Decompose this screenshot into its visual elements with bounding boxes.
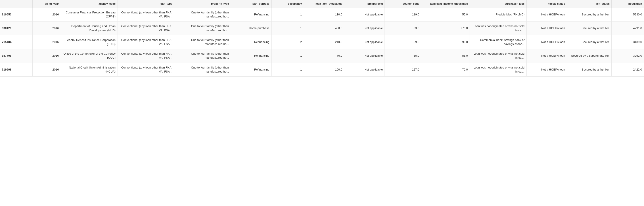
cell-id: 887708 [0, 49, 32, 63]
column-header-property_type[interactable]: property_type [174, 0, 231, 8]
cell-property_type: One to four-family (other than manufactu… [174, 22, 231, 35]
cell-purchaser_type: Loan was not originated or was not sold … [470, 49, 526, 63]
cell-id: 310650 [0, 8, 32, 22]
cell-purchaser_type: Loan was not originated or was not sold … [470, 63, 526, 76]
cell-loan_purpose: Refinancing [231, 35, 271, 49]
cell-loan_amt_thousands: 76.0 [304, 49, 344, 63]
cell-agency_code: Department of Housing and Urban Developm… [61, 22, 118, 35]
cell-purchaser_type: Loan was not originated or was not sold … [470, 22, 526, 35]
cell-preapproval: Not applicable [344, 22, 384, 35]
cell-purchaser_type: Commercial bank, savings bank or savings… [470, 35, 526, 49]
column-header-agency_code[interactable]: agency_code [61, 0, 118, 8]
cell-loan_amt_thousands: 480.0 [304, 22, 344, 35]
cell-hoepa_status: Not a HOEPA loan [526, 49, 567, 63]
cell-loan_type: Conventional (any loan other than FHA, V… [118, 35, 174, 49]
cell-lien_status: Secured by a first lien [567, 35, 612, 49]
column-header-occupancy[interactable]: occupancy [271, 0, 304, 8]
cell-lien_status: Secured by a first lien [567, 8, 612, 22]
column-header-population[interactable]: population [612, 0, 644, 8]
cell-lien_status: Secured by a subordinate lien [567, 49, 612, 63]
column-header-preapproval[interactable]: preapproval [344, 0, 384, 8]
table-row: 3106502016Consumer Financial Protection … [0, 8, 644, 22]
cell-county_code: 33.0 [385, 22, 421, 35]
cell-population: 3952.0 [612, 49, 644, 63]
cell-occupancy: 1 [271, 49, 304, 63]
cell-applicant_income_thousands: 70.0 [421, 63, 470, 76]
cell-as_of_year: 2016 [32, 35, 61, 49]
cell-property_type: One to four-family (other than manufactu… [174, 8, 231, 22]
cell-agency_code: Office of the Comptroller of the Currenc… [61, 49, 118, 63]
cell-county_code: 127.0 [385, 63, 421, 76]
cell-as_of_year: 2016 [32, 49, 61, 63]
cell-loan_purpose: Refinancing [231, 63, 271, 76]
cell-purchaser_type: Freddie Mac (FHLMC) [470, 8, 526, 22]
cell-property_type: One to four-family (other than manufactu… [174, 49, 231, 63]
column-header-loan_purpose[interactable]: loan_purpose [231, 0, 271, 8]
cell-hoepa_status: Not a HOEPA loan [526, 35, 567, 49]
column-header-purchaser_type[interactable]: purchaser_type [470, 0, 526, 8]
cell-property_type: One to four-family (other than manufactu… [174, 35, 231, 49]
cell-hoepa_status: Not a HOEPA loan [526, 63, 567, 76]
cell-agency_code: Consumer Financial Protection Bureau (CF… [61, 8, 118, 22]
cell-loan_amt_thousands: 110.0 [304, 8, 344, 22]
cell-as_of_year: 2016 [32, 22, 61, 35]
cell-loan_purpose: Refinancing [231, 49, 271, 63]
cell-property_type: One to four-family (other than manufactu… [174, 63, 231, 76]
cell-loan_purpose: Refinancing [231, 8, 271, 22]
cell-loan_purpose: Home purchase [231, 22, 271, 35]
cell-preapproval: Not applicable [344, 35, 384, 49]
column-header-applicant_income_thousands[interactable]: applicant_income_thousands [421, 0, 470, 8]
column-header-lien_status[interactable]: lien_status [567, 0, 612, 8]
column-header-id[interactable] [0, 0, 32, 8]
cell-loan_amt_thousands: 240.0 [304, 35, 344, 49]
cell-agency_code: National Credit Union Administration (NC… [61, 63, 118, 76]
cell-population: 3439.0 [612, 35, 644, 49]
cell-county_code: 65.0 [385, 49, 421, 63]
cell-lien_status: Secured by a first lien [567, 63, 612, 76]
column-header-hoepa_status[interactable]: hoepa_status [526, 0, 567, 8]
cell-loan_type: Conventional (any loan other than FHA, V… [118, 63, 174, 76]
cell-applicant_income_thousands: 96.0 [421, 35, 470, 49]
cell-loan_type: Conventional (any loan other than FHA, V… [118, 22, 174, 35]
cell-loan_amt_thousands: 100.0 [304, 63, 344, 76]
cell-preapproval: Not applicable [344, 8, 384, 22]
cell-preapproval: Not applicable [344, 63, 384, 76]
cell-hoepa_status: Not a HOEPA loan [526, 8, 567, 22]
table-row: 6301292016Department of Housing and Urba… [0, 22, 644, 35]
cell-county_code: 119.0 [385, 8, 421, 22]
cell-id: 630129 [0, 22, 32, 35]
cell-preapproval: Not applicable [344, 49, 384, 63]
cell-loan_type: Conventional (any loan other than FHA, V… [118, 8, 174, 22]
column-header-loan_amt_thousands[interactable]: loan_amt_thousands [304, 0, 344, 8]
cell-applicant_income_thousands: 85.0 [421, 49, 470, 63]
cell-occupancy: 1 [271, 8, 304, 22]
cell-lien_status: Secured by a first lien [567, 22, 612, 35]
column-header-loan_type[interactable]: loan_type [118, 0, 174, 8]
cell-id: 715484 [0, 35, 32, 49]
table-header-row: as_of_yearagency_codeloan_typeproperty_t… [0, 0, 644, 8]
cell-loan_type: Conventional (any loan other than FHA, V… [118, 49, 174, 63]
cell-occupancy: 1 [271, 22, 304, 35]
table-row: 8877082016Office of the Comptroller of t… [0, 49, 644, 63]
cell-id: 719598 [0, 63, 32, 76]
cell-population: 5930.0 [612, 8, 644, 22]
cell-occupancy: 2 [271, 35, 304, 49]
table-body: 3106502016Consumer Financial Protection … [0, 8, 644, 77]
table-row: 7154842016Federal Deposit Insurance Corp… [0, 35, 644, 49]
cell-applicant_income_thousands: 55.0 [421, 8, 470, 22]
data-table: as_of_yearagency_codeloan_typeproperty_t… [0, 0, 644, 77]
cell-hoepa_status: Not a HOEPA loan [526, 22, 567, 35]
cell-agency_code: Federal Deposit Insurance Corporation (F… [61, 35, 118, 49]
column-header-as_of_year[interactable]: as_of_year [32, 0, 61, 8]
cell-population: 4791.0 [612, 22, 644, 35]
column-header-county_code[interactable]: county_code [385, 0, 421, 8]
cell-applicant_income_thousands: 270.0 [421, 22, 470, 35]
cell-occupancy: 1 [271, 63, 304, 76]
cell-as_of_year: 2016 [32, 8, 61, 22]
cell-county_code: 59.0 [385, 35, 421, 49]
cell-population: 2422.0 [612, 63, 644, 76]
cell-as_of_year: 2016 [32, 63, 61, 76]
table-row: 7195982016National Credit Union Administ… [0, 63, 644, 76]
